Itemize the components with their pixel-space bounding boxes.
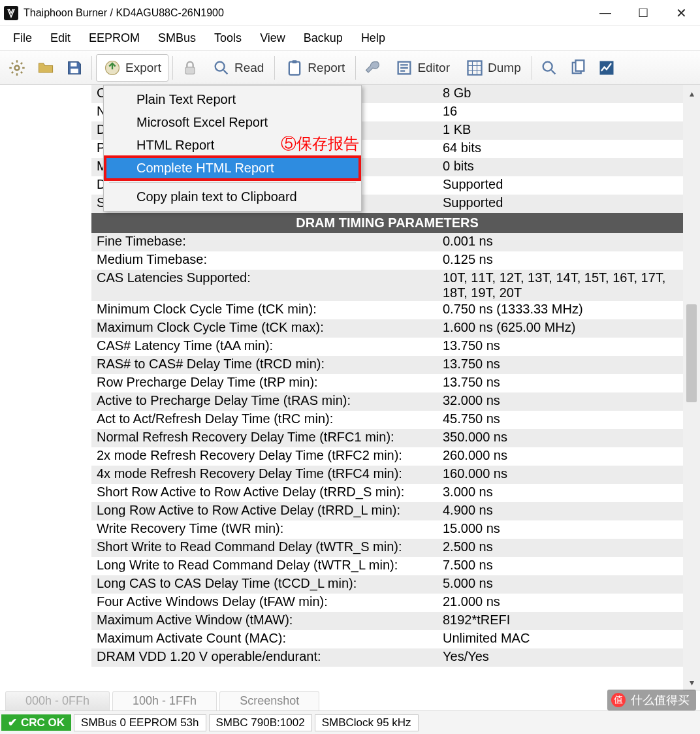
table-row: Four Active Windows Delay (tFAW min):21.… <box>91 594 683 612</box>
table-row: Act to Act/Refresh Delay Time (tRC min):… <box>91 411 683 429</box>
spec-value: 0 bits <box>438 158 683 176</box>
status-smbus: SMBus 0 EEPROM 53h <box>74 714 206 731</box>
tab-100h[interactable]: 100h - 1FFh <box>112 691 217 710</box>
menu-backup[interactable]: Backup <box>294 29 352 48</box>
save-button[interactable] <box>61 54 88 82</box>
spec-value: 2.500 ns <box>438 539 683 557</box>
svg-point-0 <box>15 65 20 70</box>
vertical-scrollbar[interactable]: ▴ ▾ <box>683 85 700 691</box>
graph-button[interactable] <box>594 54 620 82</box>
status-clock: SMBClock 95 kHz <box>315 714 419 731</box>
dump-button[interactable]: Dump <box>459 54 528 82</box>
spec-value: 0.001 ns <box>438 233 683 251</box>
table-row: 4x mode Refresh Recovery Delay Time (tRF… <box>91 466 683 484</box>
spec-value: 13.750 ns <box>438 356 683 374</box>
close-button[interactable]: ✕ <box>662 0 700 25</box>
spec-key: Long Write to Read Command Delay (tWTR_L… <box>91 557 438 575</box>
menu-help[interactable]: Help <box>352 29 394 48</box>
table-row: Active to Precharge Delay Time (tRAS min… <box>91 392 683 411</box>
export-icon <box>103 59 121 77</box>
copy-button[interactable] <box>565 54 591 82</box>
spec-value: 21.000 ns <box>438 594 683 612</box>
tab-screenshot[interactable]: Screenshot <box>219 691 319 710</box>
menu-edit[interactable]: Edit <box>41 29 80 48</box>
open-button[interactable] <box>33 54 59 82</box>
spec-value: Yes/Yes <box>438 648 683 667</box>
spec-value: 8 Gb <box>438 85 683 103</box>
read-label: Read <box>234 61 264 75</box>
spec-value: Supported <box>438 195 683 213</box>
chart-icon <box>597 59 616 77</box>
scroll-down-icon[interactable]: ▾ <box>683 674 700 691</box>
table-row: Minimum Clock Cycle Time (tCK min):0.750… <box>91 301 683 319</box>
status-smbc: SMBC 790B:1002 <box>209 714 312 731</box>
menu-file[interactable]: File <box>4 29 41 48</box>
menu-tools[interactable]: Tools <box>205 29 251 48</box>
table-row: CAS Latencies Supported:10T, 11T, 12T, 1… <box>91 270 683 301</box>
spec-key: Write Recovery Time (tWR min): <box>91 520 438 539</box>
spec-key: Minimum Clock Cycle Time (tCK min): <box>91 301 438 319</box>
table-row: DRAM VDD 1.20 V operable/endurant:Yes/Ye… <box>91 648 683 667</box>
bottom-tabs: 000h - 0FFh 100h - 1FFh Screenshot <box>0 691 700 710</box>
spec-value: 1 KB <box>438 121 683 140</box>
report-button[interactable]: Report <box>279 54 351 82</box>
annotation-text: ⑤保存报告 <box>281 133 359 154</box>
menu-view[interactable]: View <box>251 29 294 48</box>
spec-value: 8192*tREFI <box>438 612 683 630</box>
copy-icon <box>569 59 587 77</box>
spec-key: Long CAS to CAS Delay Time (tCCD_L min): <box>91 575 438 594</box>
table-row: Long CAS to CAS Delay Time (tCCD_L min):… <box>91 575 683 594</box>
svg-rect-9 <box>468 61 482 74</box>
find-button[interactable] <box>536 54 562 82</box>
spec-key: Maximum Activate Count (MAC): <box>91 630 438 648</box>
menu-separator <box>109 182 356 183</box>
svg-rect-6 <box>289 61 300 74</box>
floppy-icon <box>65 59 84 77</box>
svg-rect-7 <box>293 60 297 63</box>
spec-key: Normal Refresh Recovery Delay Time (tRFC… <box>91 429 438 447</box>
menu-excel-report[interactable]: Microsoft Excel Report <box>105 111 360 134</box>
spec-key: Row Precharge Delay Time (tRP min): <box>91 374 438 392</box>
svg-point-5 <box>215 61 225 71</box>
spec-key: CAS# Latency Time (tAA min): <box>91 338 438 356</box>
lock-button[interactable] <box>177 54 203 82</box>
watermark: 值 什么值得买 <box>607 690 696 710</box>
read-button[interactable]: Read <box>206 54 270 82</box>
menu-plain-text-report[interactable]: Plain Text Report <box>105 88 360 111</box>
minimize-button[interactable]: — <box>586 0 624 25</box>
search-icon <box>540 59 558 77</box>
menu-complete-html-report[interactable]: Complete HTML Report <box>105 157 360 180</box>
lock-icon <box>181 59 199 77</box>
spec-key: CAS Latencies Supported: <box>91 270 438 301</box>
export-button[interactable]: Export <box>96 54 168 82</box>
spec-key: 4x mode Refresh Recovery Delay Time (tRF… <box>91 466 438 484</box>
grid-icon <box>466 59 484 77</box>
table-row: RAS# to CAS# Delay Time (tRCD min):13.75… <box>91 356 683 374</box>
scroll-thumb[interactable] <box>686 304 697 402</box>
magnifier-icon <box>212 59 231 77</box>
spec-value: 32.000 ns <box>438 392 683 411</box>
spec-value: 4.900 ns <box>438 502 683 520</box>
spec-value: 64 bits <box>438 140 683 158</box>
menu-smbus[interactable]: SMBus <box>149 29 205 48</box>
settings-button[interactable] <box>4 54 30 82</box>
svg-rect-4 <box>185 67 195 74</box>
gear-icon <box>8 59 26 77</box>
svg-rect-2 <box>71 69 78 73</box>
editor-icon <box>395 59 413 77</box>
watermark-text: 什么值得买 <box>631 692 690 708</box>
menu-eeprom[interactable]: EEPROM <box>80 29 149 48</box>
report-label: Report <box>308 61 345 75</box>
tab-000h[interactable]: 000h - 0FFh <box>5 691 110 710</box>
editor-button[interactable]: Editor <box>389 54 456 82</box>
menu-copy-clipboard[interactable]: Copy plain text to Clipboard <box>105 185 360 208</box>
export-label: Export <box>125 61 161 75</box>
wrench-icon <box>364 59 382 77</box>
maximize-button[interactable]: ☐ <box>624 0 662 25</box>
spec-value: 15.000 ns <box>438 520 683 539</box>
wrench-button[interactable] <box>360 54 386 82</box>
scroll-up-icon[interactable]: ▴ <box>683 85 700 102</box>
spec-value: Unlimited MAC <box>438 630 683 648</box>
table-row: Maximum Active Window (tMAW):8192*tREFI <box>91 612 683 630</box>
table-row: Long Row Active to Row Active Delay (tRR… <box>91 502 683 520</box>
